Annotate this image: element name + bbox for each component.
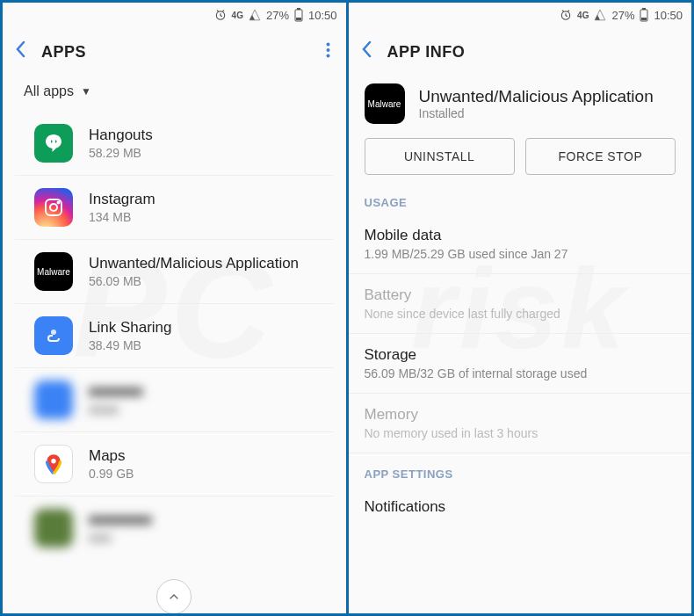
header: APPS — [3, 27, 346, 76]
app-item-maps[interactable]: Maps 0.99 GB — [15, 432, 334, 496]
row-notifications[interactable]: Notifications — [349, 486, 692, 519]
svg-point-9 — [58, 202, 60, 204]
svg-point-8 — [50, 204, 57, 211]
app-item-linksharing[interactable]: Link Sharing 38.49 MB — [15, 304, 334, 368]
page-title: APP INFO — [387, 43, 680, 62]
force-stop-button[interactable]: FORCE STOP — [525, 138, 676, 175]
svg-point-11 — [51, 459, 55, 463]
app-list: Hangouts 58.29 MB Instagram 134 MB Malwa… — [3, 112, 346, 560]
maps-icon — [34, 445, 73, 483]
svg-rect-3 — [296, 18, 301, 20]
app-size: ■■■■ — [89, 402, 143, 417]
action-buttons: UNINSTALL FORCE STOP — [349, 138, 692, 191]
page-title: APPS — [41, 43, 307, 62]
blurred-icon — [34, 380, 73, 419]
chevron-up-icon — [167, 590, 181, 604]
network-label: 4G — [577, 11, 589, 20]
battery-pct: 27% — [611, 9, 634, 22]
svg-point-4 — [326, 42, 329, 46]
back-icon[interactable] — [15, 40, 25, 63]
malware-icon: Malware — [365, 83, 405, 124]
app-size: ■■■ — [89, 531, 152, 545]
app-item-blurred[interactable]: ■■■■■■ ■■■■ — [15, 368, 334, 432]
row-title: Notifications — [365, 498, 676, 516]
malware-icon: Malware — [34, 252, 73, 291]
app-item-blurred[interactable]: ■■■■■■■ ■■■ — [15, 496, 334, 560]
filter-dropdown[interactable]: All apps ▼ — [3, 76, 346, 112]
svg-point-6 — [326, 54, 329, 57]
app-name: Unwanted/Malicious Application — [419, 87, 654, 106]
row-title: Mobile data — [365, 227, 676, 244]
section-usage: USAGE — [349, 191, 692, 214]
app-name: Instagram — [89, 191, 155, 208]
install-status: Installed — [419, 106, 654, 120]
row-memory: Memory No memory used in last 3 hours — [349, 394, 692, 453]
svg-rect-15 — [641, 18, 647, 20]
blurred-icon — [34, 509, 73, 547]
signal-icon — [594, 9, 606, 21]
app-info-header: Malware Unwanted/Malicious Application I… — [349, 76, 692, 138]
svg-point-10 — [51, 330, 56, 335]
back-icon[interactable] — [361, 40, 372, 63]
app-name: Maps — [89, 447, 134, 465]
clock-label: 10:50 — [308, 9, 337, 22]
svg-rect-14 — [642, 8, 646, 10]
battery-pct: 27% — [266, 9, 289, 22]
overflow-menu-icon[interactable] — [322, 42, 334, 62]
tutorial-container: PC 4G 27% 10:50 APPS All ap — [0, 0, 694, 616]
chevron-down-icon: ▼ — [81, 85, 91, 98]
app-name: Unwanted/Malicious Application — [89, 255, 299, 272]
status-bar: 4G 27% 10:50 — [349, 3, 692, 27]
row-title: Storage — [365, 346, 676, 364]
instagram-icon — [34, 188, 73, 227]
scroll-top-button[interactable] — [156, 579, 192, 613]
clock-label: 10:50 — [654, 9, 683, 22]
row-sub: 1.99 MB/25.29 GB used since Jan 27 — [365, 247, 676, 261]
row-sub: None since device last fully charged — [365, 307, 676, 321]
link-sharing-icon — [34, 316, 73, 355]
header: APP INFO — [349, 27, 692, 76]
row-mobile-data[interactable]: Mobile data 1.99 MB/25.29 GB used since … — [349, 214, 692, 274]
app-item-instagram[interactable]: Instagram 134 MB — [15, 176, 334, 240]
app-name: ■■■■■■ — [89, 383, 143, 401]
app-item-hangouts[interactable]: Hangouts 58.29 MB — [15, 112, 334, 176]
row-title: Memory — [365, 406, 676, 424]
app-size: 56.09 MB — [89, 274, 299, 288]
hangouts-icon — [34, 124, 73, 163]
screen-apps-list: PC 4G 27% 10:50 APPS All ap — [3, 3, 346, 613]
app-item-malicious[interactable]: Malware Unwanted/Malicious Application 5… — [15, 240, 334, 304]
app-name: Hangouts — [89, 127, 153, 144]
svg-rect-2 — [297, 8, 300, 10]
app-name: Link Sharing — [89, 319, 172, 337]
app-size: 134 MB — [89, 210, 155, 224]
battery-icon — [294, 8, 303, 22]
svg-point-5 — [326, 48, 329, 52]
app-size: 58.29 MB — [89, 146, 153, 160]
uninstall-button[interactable]: UNINSTALL — [365, 138, 515, 175]
row-sub: No memory used in last 3 hours — [365, 426, 676, 440]
row-sub: 56.09 MB/32 GB of internal storage used — [365, 366, 676, 380]
alarm-icon — [560, 9, 572, 21]
section-app-settings: APP SETTINGS — [349, 462, 692, 486]
row-battery: Battery None since device last fully cha… — [349, 274, 692, 334]
app-name: ■■■■■■■ — [89, 511, 152, 529]
row-title: Battery — [365, 286, 676, 304]
status-bar: 4G 27% 10:50 — [3, 3, 346, 27]
network-label: 4G — [232, 11, 243, 20]
row-storage[interactable]: Storage 56.09 MB/32 GB of internal stora… — [349, 334, 692, 394]
screen-app-info: risk 4G 27% 10:50 APP INFO Malware — [349, 3, 692, 613]
alarm-icon — [214, 9, 227, 21]
battery-icon — [640, 8, 648, 22]
filter-label: All apps — [24, 83, 74, 99]
app-size: 38.49 MB — [89, 338, 172, 352]
signal-icon — [249, 9, 261, 21]
app-size: 0.99 GB — [89, 467, 134, 481]
